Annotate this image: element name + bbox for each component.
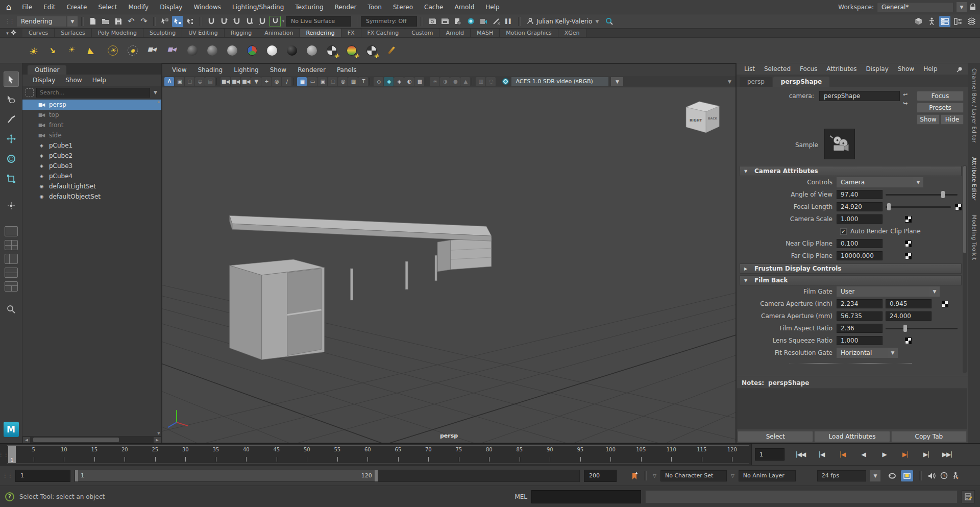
- film-aspect-ratio-field[interactable]: 2.36: [837, 324, 883, 333]
- ipr-render-icon[interactable]: [439, 16, 451, 27]
- animation-preferences-icon[interactable]: [952, 472, 959, 479]
- camera-aperture-map-button[interactable]: [942, 301, 948, 307]
- menu-item[interactable]: Toon: [362, 4, 387, 11]
- menu-item[interactable]: Lighting/Shading: [227, 4, 289, 11]
- animation-start-field[interactable]: 1: [15, 470, 70, 482]
- scroll-right-icon[interactable]: ▶: [153, 437, 161, 443]
- lambert-material-icon[interactable]: [224, 42, 241, 59]
- anim-layer-menu-arrow[interactable]: ▽: [731, 473, 734, 478]
- wireframe-mode-icon[interactable]: ◇: [374, 77, 383, 86]
- ramp-texture-icon[interactable]: [343, 42, 360, 59]
- resolution-gate-icon[interactable]: ▣: [317, 77, 327, 86]
- layout-four-pane-button[interactable]: [5, 240, 18, 250]
- film-display-icon[interactable]: ▤: [205, 77, 215, 86]
- toolbar-overflow-arrow[interactable]: ▼: [728, 79, 733, 84]
- time-slider-track[interactable]: 1 51015202530354045505560657075808590951…: [7, 445, 749, 464]
- channel-box-toggle-icon[interactable]: [966, 16, 977, 27]
- film-gate-select[interactable]: User: [837, 286, 929, 297]
- near-clip-map-button[interactable]: [905, 240, 912, 247]
- mel-command-input[interactable]: [531, 490, 641, 503]
- lens-squeeze-map-button[interactable]: [905, 337, 912, 344]
- snap-to-points-icon[interactable]: [231, 16, 242, 27]
- camera-and-aim-icon[interactable]: [164, 42, 181, 59]
- step-forward-frame-button[interactable]: ▶|: [916, 447, 937, 462]
- timeline-tick[interactable]: 90: [535, 446, 566, 463]
- menu-item[interactable]: Stereo: [387, 4, 419, 11]
- menu-item[interactable]: Modify: [122, 4, 154, 11]
- scroll-left-icon[interactable]: ◀: [22, 437, 31, 443]
- separator[interactable]: [216, 78, 219, 85]
- symmetry-field[interactable]: Symmetry: Off: [361, 16, 417, 27]
- menu-item[interactable]: Render: [329, 4, 362, 11]
- outliner-menu-item[interactable]: Help: [87, 77, 111, 84]
- timeline-tick[interactable]: 115: [687, 446, 717, 463]
- hide-button[interactable]: Hide: [941, 114, 964, 125]
- menu-item[interactable]: Windows: [188, 4, 227, 11]
- notes-text-area[interactable]: [737, 389, 967, 429]
- current-frame-indicator[interactable]: 1: [8, 446, 16, 463]
- selected-highlight-icon[interactable]: ▣: [175, 77, 184, 86]
- lit-mode-icon[interactable]: ◐: [404, 77, 414, 86]
- character-set-field[interactable]: No Character Set: [660, 470, 727, 481]
- menu-item[interactable]: Edit: [38, 4, 61, 11]
- status-grip-icon[interactable]: ⋮⋮: [5, 18, 14, 25]
- snap-to-curves-icon[interactable]: [218, 16, 230, 27]
- layout-hypershade-persp-button[interactable]: [5, 281, 18, 292]
- ao-toggle-icon[interactable]: ●: [450, 77, 460, 86]
- outliner-item[interactable]: ■◀ side: [22, 130, 161, 140]
- near-clip-plane-field[interactable]: 0.100: [837, 239, 883, 248]
- controls-select-arrow[interactable]: ▼: [913, 177, 923, 187]
- splitter-dots[interactable]: [790, 363, 912, 364]
- select-by-hierarchy-icon[interactable]: [159, 16, 170, 27]
- focal-length-field[interactable]: 24.920: [837, 202, 883, 211]
- snap-to-grids-icon[interactable]: [206, 16, 217, 27]
- separator[interactable]: [293, 78, 296, 85]
- menu-item[interactable]: Cache: [419, 4, 449, 11]
- shelf-tab[interactable]: Sculpting: [143, 29, 182, 37]
- help-icon[interactable]: ?: [5, 492, 14, 501]
- fps-select-arrow[interactable]: ▼: [870, 470, 880, 481]
- home-icon[interactable]: ⌂: [6, 2, 11, 12]
- outliner-item[interactable]: ◉ defaultLightSet: [22, 181, 161, 191]
- character-set-menu-arrow[interactable]: ▽: [653, 473, 656, 478]
- hud-text-icon[interactable]: T: [358, 77, 368, 86]
- selection-filter-icon[interactable]: [26, 88, 34, 96]
- view-cube[interactable]: RIGHT BACK: [686, 102, 719, 133]
- range-slider-grip-icon[interactable]: ⋮⋮: [4, 473, 11, 478]
- camera-scale-map-button[interactable]: [905, 216, 912, 223]
- section-camera-attributes[interactable]: ▼ Camera Attributes: [740, 166, 962, 176]
- snap-to-view-planes-icon[interactable]: [257, 16, 268, 27]
- menu-set-select[interactable]: Rendering: [17, 16, 66, 27]
- live-surface-field[interactable]: No Live Surface: [286, 16, 351, 27]
- step-forward-key-button[interactable]: ▶|: [895, 447, 916, 462]
- save-scene-icon[interactable]: [113, 16, 124, 27]
- view-transform-select[interactable]: ACES 1.0 SDR-video (sRGB): [511, 77, 608, 86]
- timeline-tick[interactable]: 85: [504, 446, 535, 463]
- go-to-end-button[interactable]: ▶▶|: [937, 447, 958, 462]
- hypershade-icon[interactable]: [465, 16, 476, 27]
- shelf-tab[interactable]: FX Caching: [361, 29, 406, 37]
- timeline-tick[interactable]: 20: [110, 446, 140, 463]
- menu-item[interactable]: Arnold: [449, 4, 480, 11]
- sidebar-tab[interactable]: Modeling Toolkit: [971, 215, 977, 260]
- camera-scale-field[interactable]: 1.000: [837, 214, 883, 224]
- pin-icon[interactable]: [957, 66, 963, 74]
- menu-set-arrow[interactable]: ▼: [67, 16, 78, 27]
- ae-footer-button[interactable]: Select: [738, 431, 813, 442]
- shelf-tab[interactable]: Poly Modeling: [92, 29, 143, 37]
- last-tool-button[interactable]: [4, 198, 19, 213]
- outliner-menu-item[interactable]: Show: [60, 77, 87, 84]
- camera-aperture-mm-v-field[interactable]: 24.000: [886, 311, 932, 321]
- timeline-tick[interactable]: 80: [474, 446, 505, 463]
- nav-back-icon[interactable]: ↩: [903, 91, 908, 98]
- point-light-icon[interactable]: [64, 42, 82, 59]
- timeline-tick[interactable]: 110: [656, 446, 687, 463]
- stencil-texture-icon[interactable]: [363, 42, 380, 59]
- animation-end-field[interactable]: 200: [584, 470, 617, 482]
- camera-aperture-inch-v-field[interactable]: 0.945: [886, 299, 932, 308]
- pencil-annotate-icon[interactable]: ∕: [282, 77, 291, 86]
- shelf-menu-arrow-icon[interactable]: ▾: [6, 31, 9, 36]
- separator[interactable]: [426, 78, 428, 85]
- render-swatch-rgb-icon[interactable]: [243, 42, 261, 59]
- select-camera-icon[interactable]: ■◀: [220, 77, 230, 86]
